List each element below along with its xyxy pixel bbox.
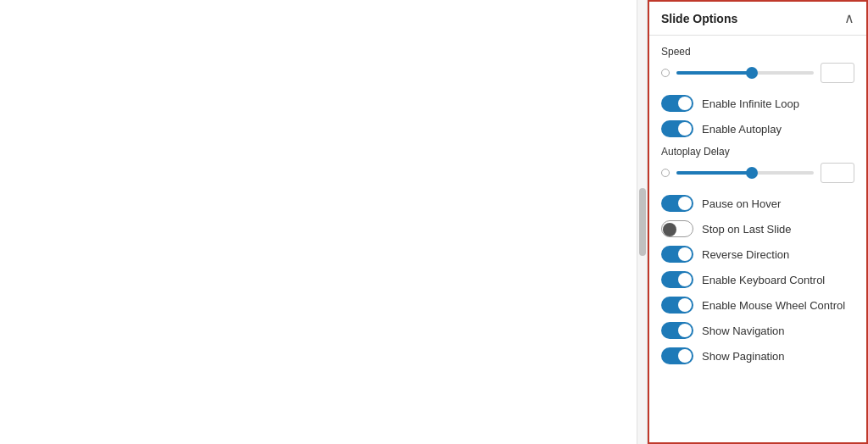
toggle-row-enable-autoplay: Enable Autoplay: [661, 120, 854, 137]
toggle-row-reverse-direction: Reverse Direction: [661, 246, 854, 263]
enable-mouse-wheel-control-label: Enable Mouse Wheel Control: [702, 299, 845, 312]
enable-keyboard-control-knob: [678, 273, 692, 286]
stop-on-last-slide-label: Stop on Last Slide: [702, 223, 792, 236]
reverse-direction-knob: [678, 247, 692, 261]
scrollbar-thumb[interactable]: [639, 188, 646, 256]
speed-slider-track[interactable]: [676, 71, 814, 75]
enable-mouse-wheel-control-knob: [678, 298, 692, 312]
show-pagination-label: Show Pagination: [702, 350, 785, 363]
speed-slider-fill: [676, 71, 752, 75]
panel-title: Slide Options: [661, 12, 737, 25]
show-navigation-knob: [678, 324, 692, 337]
speed-value-input[interactable]: [821, 63, 854, 83]
panel-collapse-button[interactable]: ∧: [844, 10, 854, 26]
autoplay-delay-value-input[interactable]: [821, 163, 854, 183]
autoplay-delay-slider-row: [661, 163, 854, 183]
reverse-direction-toggle[interactable]: [661, 246, 693, 263]
stop-on-last-slide-knob: [663, 223, 676, 236]
pause-on-hover-label: Pause on Hover: [702, 197, 781, 210]
show-navigation-toggle[interactable]: [661, 322, 693, 339]
enable-infinite-loop-toggle[interactable]: [661, 95, 693, 112]
toggle-row-stop-on-last-slide: Stop on Last Slide: [661, 220, 854, 237]
autoplay-delay-slider-dot: [661, 169, 670, 177]
enable-autoplay-knob: [678, 122, 692, 136]
show-pagination-knob: [678, 349, 692, 363]
enable-mouse-wheel-control-toggle[interactable]: [661, 297, 693, 314]
enable-keyboard-control-label: Enable Keyboard Control: [702, 274, 825, 286]
speed-slider-thumb[interactable]: [746, 67, 758, 79]
speed-label: Speed: [661, 46, 854, 58]
toggle-row-show-pagination: Show Pagination: [661, 347, 854, 364]
enable-infinite-loop-label: Enable Infinite Loop: [702, 97, 799, 110]
pause-on-hover-knob: [678, 197, 692, 210]
scrollbar[interactable]: [637, 0, 648, 444]
toggle-row-enable-infinite-loop: Enable Infinite Loop: [661, 95, 854, 112]
toggle-row-enable-keyboard-control: Enable Keyboard Control: [661, 271, 854, 288]
autoplay-delay-slider-fill: [676, 171, 752, 175]
toggle-row-enable-mouse-wheel-control: Enable Mouse Wheel Control: [661, 297, 854, 314]
stop-on-last-slide-toggle[interactable]: [661, 220, 693, 237]
pause-on-hover-toggle[interactable]: [661, 195, 693, 212]
main-canvas: [0, 0, 637, 444]
autoplay-delay-label: Autoplay Delay: [661, 146, 854, 158]
reverse-direction-label: Reverse Direction: [702, 248, 789, 261]
slide-options-panel: Slide Options ∧ Speed Enable Infinite Lo…: [648, 0, 868, 444]
show-pagination-toggle[interactable]: [661, 347, 693, 364]
panel-body: Speed Enable Infinite Loop Enable Autopl…: [649, 36, 866, 442]
enable-keyboard-control-toggle[interactable]: [661, 271, 693, 288]
autoplay-delay-slider-track[interactable]: [676, 171, 814, 175]
panel-header: Slide Options ∧: [649, 2, 866, 36]
enable-autoplay-label: Enable Autoplay: [702, 123, 782, 136]
speed-slider-dot: [661, 69, 670, 77]
show-navigation-label: Show Navigation: [702, 325, 785, 337]
enable-infinite-loop-knob: [678, 97, 692, 110]
autoplay-delay-slider-thumb[interactable]: [746, 167, 758, 179]
speed-slider-row: [661, 63, 854, 83]
toggle-row-pause-on-hover: Pause on Hover: [661, 195, 854, 212]
enable-autoplay-toggle[interactable]: [661, 120, 693, 137]
toggle-row-show-navigation: Show Navigation: [661, 322, 854, 339]
